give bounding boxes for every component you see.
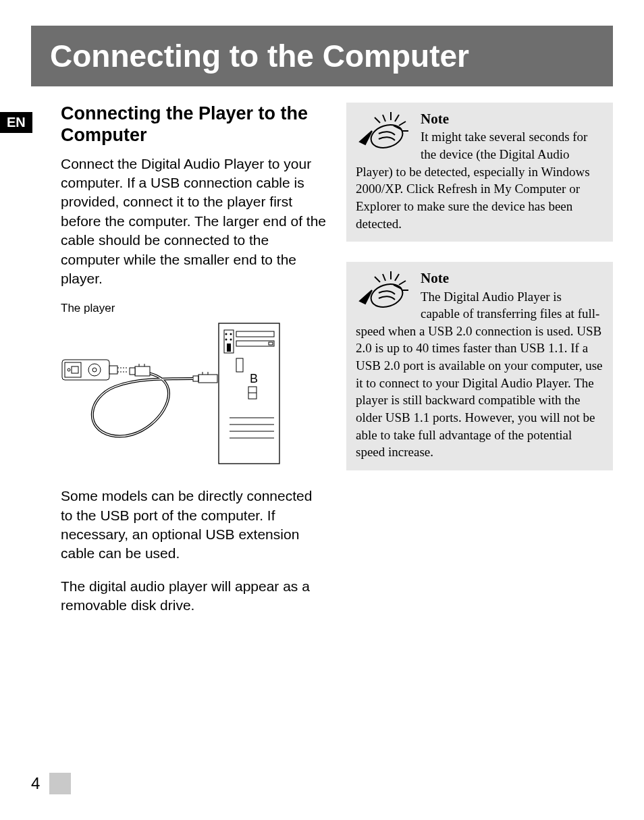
player-computer-diagram: B [61, 319, 284, 468]
svg-line-45 [395, 274, 399, 281]
svg-line-46 [399, 281, 406, 285]
svg-rect-7 [236, 331, 274, 337]
footer-decor-block [49, 773, 71, 794]
note-icon [352, 265, 417, 313]
svg-point-4 [225, 339, 227, 341]
svg-line-38 [395, 115, 399, 121]
svg-line-36 [383, 115, 385, 121]
paragraph-1: Connect the Digital Audio Player to your… [61, 155, 327, 288]
svg-line-43 [383, 274, 385, 281]
page-footer: 4 [31, 773, 71, 794]
right-column: Note It might take several seconds for t… [346, 103, 613, 628]
svg-rect-6 [227, 344, 231, 352]
left-column: Connecting the Player to the Computer Co… [61, 103, 327, 628]
note-box-2: Note The Digital Audio Player is capable… [346, 262, 613, 470]
svg-rect-10 [236, 358, 243, 372]
svg-rect-9 [269, 342, 273, 345]
content-columns: Connecting the Player to the Computer Co… [0, 103, 644, 628]
svg-line-39 [399, 121, 406, 126]
language-badge: EN [0, 112, 32, 133]
svg-text:B: B [250, 372, 258, 385]
note-icon [352, 105, 417, 154]
svg-rect-23 [130, 368, 135, 375]
page-number: 4 [31, 774, 40, 793]
paragraph-2: Some models can be directly connected to… [61, 487, 327, 563]
page-title: Connecting to the Computer [50, 38, 594, 74]
svg-rect-32 [109, 366, 117, 374]
svg-line-40 [375, 117, 380, 123]
paragraph-3: The digital audio player will appear as … [61, 577, 327, 616]
page-header-bar: Connecting to the Computer [31, 26, 613, 86]
svg-rect-18 [198, 375, 217, 383]
svg-line-47 [375, 277, 380, 282]
svg-rect-19 [193, 376, 198, 381]
diagram-caption: The player [61, 302, 327, 315]
svg-point-3 [230, 333, 232, 335]
section-subheading: Connecting the Player to the Computer [61, 103, 327, 146]
note-box-1: Note It might take several seconds for t… [346, 103, 613, 242]
svg-point-5 [230, 339, 232, 341]
note-2-body: The Digital Audio Player is capable of t… [356, 290, 602, 460]
svg-rect-22 [135, 366, 150, 376]
svg-point-2 [225, 333, 227, 335]
